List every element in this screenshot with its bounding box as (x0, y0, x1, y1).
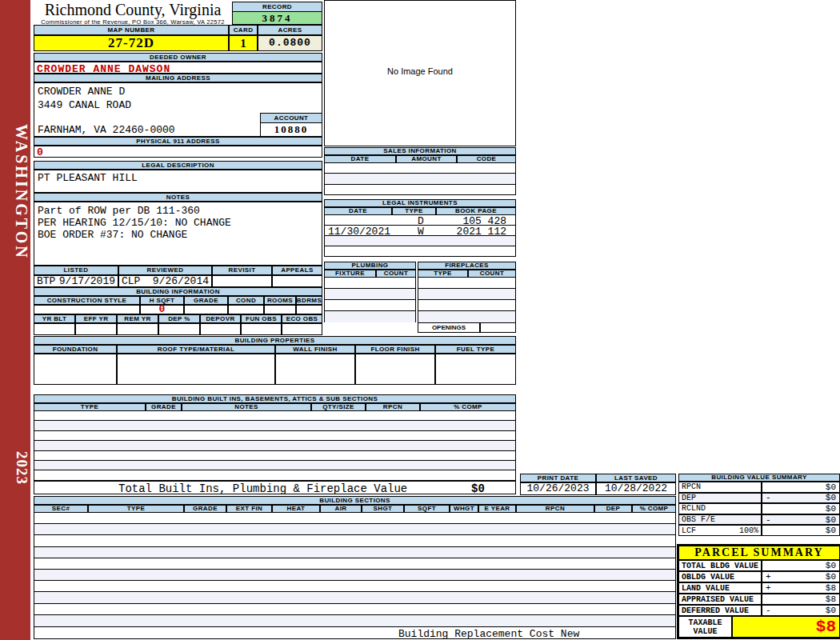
bvs-label: DEP (678, 493, 762, 504)
bs-shgt-header: SHGT (362, 505, 404, 513)
legal-instruments-title: LEGAL INSTRUMENTS (324, 199, 516, 207)
table-row (34, 604, 675, 615)
table-row (325, 246, 515, 256)
taxable-value-row: TAXABLE VALUE $8 (678, 616, 840, 638)
ps-value-cell: + $0 (762, 571, 840, 582)
plumbing-headers: FIXTURE COUNT (324, 270, 416, 278)
notes-header: NOTES (34, 193, 322, 202)
table-row (34, 441, 515, 450)
ps-value: $8 (826, 594, 836, 604)
bs-dep-header: DEP (594, 505, 632, 513)
ps-row-land: LAND VALUE + $8 (678, 582, 840, 594)
li-date-header: DATE (324, 207, 392, 215)
taxable-label-line2: VALUE (679, 627, 731, 636)
construction-style-header: CONSTRUCTION STYLE (34, 296, 140, 305)
bvs-row-lcf: LCF 100% $0 (678, 525, 840, 536)
legal-instruments-headers: DATE TYPE BOOK PAGE (324, 207, 516, 215)
construction-style-value (34, 305, 140, 314)
built-ins-total-value: $0 (471, 482, 485, 495)
bvs-label: RPCN (678, 482, 762, 493)
bvs-value-cell: $0 (762, 482, 840, 493)
bvs-label-text: RCLND (682, 504, 706, 513)
bvs-value-cell: $0 (762, 503, 840, 514)
rooms-header: ROOMS (264, 296, 296, 305)
ps-row-total-bldg: TOTAL BLDG VALUE $0 (678, 560, 840, 571)
bs-sec-header: SEC# (34, 505, 88, 513)
building-properties-headers: FOUNDATION ROOF TYPE/MATERIAL WALL FINIS… (34, 345, 516, 354)
floor-finish-header: FLOOR FINISH (355, 345, 435, 354)
ps-value-cell: $0 (762, 560, 840, 571)
reviewed-header: REVIEWED (118, 266, 212, 275)
table-row (325, 278, 415, 289)
table-row (34, 592, 675, 603)
record-value: 3874 (232, 12, 322, 25)
building-info-values-2 (34, 323, 322, 335)
review-values: BTP 9/17/2019 CLP 9/26/2014 (34, 275, 322, 287)
bs-type-header: TYPE (88, 505, 184, 513)
ps-label: LAND VALUE (678, 582, 762, 594)
table-row (34, 535, 675, 546)
reviewed-date: 9/26/2014 (153, 275, 209, 287)
grade-value (184, 305, 228, 314)
building-sections-headers: SEC# TYPE GRADE EXT FIN HEAT AIR SHGT SQ… (34, 505, 676, 513)
table-row (418, 289, 515, 300)
depovr-value (200, 323, 241, 335)
ps-value: $0 (826, 561, 836, 570)
taxable-value-label: TAXABLE VALUE (678, 616, 732, 638)
bvs-op: - (766, 515, 771, 525)
county-title: Richmond County, Virginia (35, 2, 230, 18)
bi-notes-header: NOTES (182, 403, 311, 411)
account-value: 10880 (260, 123, 322, 137)
account-box: ACCOUNT 10880 (260, 113, 322, 137)
last-saved-header: LAST SAVED (596, 474, 676, 482)
table-row (34, 421, 515, 430)
li-type-header: TYPE (392, 207, 436, 215)
ps-op: + (766, 572, 771, 582)
acres-header: ACRES (258, 25, 322, 35)
map-card-acres-values: 27-72D 1 0.0800 (34, 35, 322, 51)
notes-line-1: Part of ROW per DB 111-360 (34, 202, 322, 217)
table-row (418, 278, 515, 289)
building-sections-footer: Building Replacement Cost New (34, 626, 676, 639)
deeded-owner-header: DEEDED OWNER (34, 53, 322, 62)
bdrms-header: BDRMS (296, 296, 322, 305)
year-book-spine: WASHINGTON 2023 (0, 0, 30, 640)
roof-type-value (117, 354, 275, 385)
built-ins-headers: TYPE GRADE NOTES QTY/SIZE RPCN % COMP (34, 403, 516, 411)
review-headers: LISTED REVIEWED REVISIT APPEALS (34, 266, 322, 275)
table-row: D 105 428 (325, 215, 515, 226)
bs-air-header: AIR (320, 505, 362, 513)
bi-rpcn-header: RPCN (366, 403, 420, 411)
ps-label: DEFERRED VALUE (678, 605, 762, 616)
ps-value: $8 (826, 583, 836, 593)
physical-911-header: PHYSICAL 911 ADDRESS (34, 137, 322, 146)
building-sections-rows (34, 513, 676, 626)
bs-heat-header: HEAT (272, 505, 320, 513)
print-date-value: 10/26/2023 (520, 482, 596, 495)
sales-headers: DATE AMOUNT CODE (324, 155, 516, 163)
fun-obs-value (241, 323, 282, 335)
parcel-summary-table: TOTAL BLDG VALUE $0 OBLDG VALUE + $0 LAN… (678, 560, 840, 616)
bvs-row-dep: DEP - $0 (678, 493, 840, 504)
taxable-value: $8 (732, 616, 840, 638)
li-bookpage-header: BOOK PAGE (436, 207, 516, 215)
foundation-header: FOUNDATION (34, 345, 117, 354)
fireplaces-rows (418, 278, 516, 322)
bvs-row-rclnd: RCLND $0 (678, 503, 840, 514)
bvs-pct: 100% (739, 526, 758, 535)
cond-header: COND (228, 296, 264, 305)
bvs-value: $0 (826, 526, 836, 535)
fireplaces-headers: TYPE COUNT (418, 270, 516, 278)
table-row (34, 615, 675, 626)
built-ins-title: BUILDING BUILT INS, BASEMENTS, ATTICS & … (34, 394, 516, 403)
bvs-op: - (766, 493, 771, 502)
map-number-value: 27-72D (34, 35, 229, 51)
li-type: D (401, 215, 441, 225)
bs-ext-fin-header: EXT FIN (226, 505, 272, 513)
replacement-cost-label: Building Replacement Cost New (398, 628, 579, 640)
bs-rpcn-header: RPCN (516, 505, 594, 513)
openings-label: OPENINGS (418, 322, 480, 333)
building-info-headers-2: YR BLT EFF YR REM YR DEP % DEPOVR FUN OB… (34, 314, 322, 323)
bs-whgt-header: WHGT (450, 505, 478, 513)
eco-obs-value (282, 323, 322, 335)
